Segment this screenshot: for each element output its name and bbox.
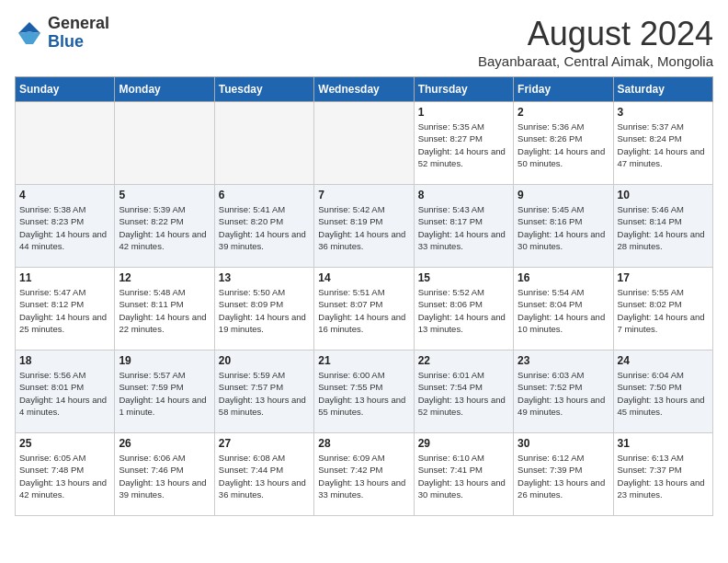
logo-blue: Blue <box>48 33 109 52</box>
calendar-week-row: 18Sunrise: 5:56 AMSunset: 8:01 PMDayligh… <box>16 350 713 433</box>
calendar-day-cell: 5Sunrise: 5:39 AMSunset: 8:22 PMDaylight… <box>115 185 214 268</box>
location-subtitle: Bayanbaraat, Central Aimak, Mongolia <box>478 53 713 69</box>
day-info: Sunrise: 5:43 AMSunset: 8:17 PMDaylight:… <box>418 203 509 252</box>
day-number: 13 <box>219 271 310 284</box>
day-info: Sunrise: 5:52 AMSunset: 8:06 PMDaylight:… <box>418 286 509 335</box>
calendar-day-cell: 27Sunrise: 6:08 AMSunset: 7:44 PMDayligh… <box>214 433 313 516</box>
calendar-day-cell: 17Sunrise: 5:55 AMSunset: 8:02 PMDayligh… <box>613 268 712 350</box>
calendar-day-cell: 24Sunrise: 6:04 AMSunset: 7:50 PMDayligh… <box>613 350 712 433</box>
logo-text: General Blue <box>48 15 109 52</box>
day-info: Sunrise: 6:01 AMSunset: 7:54 PMDaylight:… <box>418 369 509 418</box>
day-info: Sunrise: 6:13 AMSunset: 7:37 PMDaylight:… <box>618 452 709 500</box>
day-number: 9 <box>518 189 609 201</box>
page-header: General Blue August 2024 Bayanbaraat, Ce… <box>15 15 713 69</box>
month-title: August 2024 <box>478 15 713 53</box>
day-number: 26 <box>119 437 210 450</box>
calendar-day-cell: 12Sunrise: 5:48 AMSunset: 8:11 PMDayligh… <box>115 268 214 350</box>
day-number: 30 <box>518 437 609 450</box>
day-info: Sunrise: 5:42 AMSunset: 8:19 PMDaylight:… <box>318 203 409 252</box>
calendar-day-cell: 31Sunrise: 6:13 AMSunset: 7:37 PMDayligh… <box>613 433 712 516</box>
day-number: 22 <box>418 354 509 367</box>
day-info: Sunrise: 6:00 AMSunset: 7:55 PMDaylight:… <box>318 369 409 418</box>
calendar-day-cell <box>314 102 414 185</box>
calendar-day-cell: 19Sunrise: 5:57 AMSunset: 7:59 PMDayligh… <box>115 350 214 433</box>
day-number: 14 <box>318 271 409 284</box>
day-header-tuesday: Tuesday <box>214 77 313 102</box>
day-info: Sunrise: 6:08 AMSunset: 7:44 PMDaylight:… <box>219 452 310 500</box>
day-info: Sunrise: 6:04 AMSunset: 7:50 PMDaylight:… <box>618 369 709 418</box>
calendar-day-cell: 23Sunrise: 6:03 AMSunset: 7:52 PMDayligh… <box>514 350 613 433</box>
day-info: Sunrise: 5:39 AMSunset: 8:22 PMDaylight:… <box>119 203 210 252</box>
day-info: Sunrise: 5:48 AMSunset: 8:11 PMDaylight:… <box>119 286 210 335</box>
calendar-day-cell: 3Sunrise: 5:37 AMSunset: 8:24 PMDaylight… <box>613 102 712 185</box>
day-info: Sunrise: 5:56 AMSunset: 8:01 PMDaylight:… <box>19 369 110 418</box>
logo-icon <box>15 18 44 48</box>
day-number: 31 <box>618 437 709 450</box>
title-area: August 2024 Bayanbaraat, Central Aimak, … <box>478 15 713 69</box>
calendar-day-cell: 18Sunrise: 5:56 AMSunset: 8:01 PMDayligh… <box>16 350 115 433</box>
calendar-day-cell: 26Sunrise: 6:06 AMSunset: 7:46 PMDayligh… <box>115 433 214 516</box>
logo-general: General <box>48 15 109 33</box>
calendar-day-cell: 2Sunrise: 5:36 AMSunset: 8:26 PMDaylight… <box>514 102 613 185</box>
calendar-day-cell: 15Sunrise: 5:52 AMSunset: 8:06 PMDayligh… <box>414 268 513 350</box>
logo: General Blue <box>15 15 109 52</box>
svg-marker-1 <box>18 31 40 44</box>
calendar-day-cell: 9Sunrise: 5:45 AMSunset: 8:16 PMDaylight… <box>514 185 613 268</box>
calendar-day-cell <box>16 102 115 185</box>
calendar-day-cell: 6Sunrise: 5:41 AMSunset: 8:20 PMDaylight… <box>214 185 313 268</box>
day-number: 8 <box>418 189 509 201</box>
day-number: 4 <box>19 189 110 201</box>
calendar-day-cell: 7Sunrise: 5:42 AMSunset: 8:19 PMDaylight… <box>314 185 414 268</box>
day-info: Sunrise: 6:09 AMSunset: 7:42 PMDaylight:… <box>318 452 409 500</box>
calendar-day-cell: 13Sunrise: 5:50 AMSunset: 8:09 PMDayligh… <box>214 268 313 350</box>
day-info: Sunrise: 6:06 AMSunset: 7:46 PMDaylight:… <box>119 452 210 500</box>
day-number: 7 <box>318 189 409 201</box>
day-number: 28 <box>318 437 409 450</box>
calendar-day-cell: 4Sunrise: 5:38 AMSunset: 8:23 PMDaylight… <box>16 185 115 268</box>
day-header-wednesday: Wednesday <box>314 77 414 102</box>
day-number: 2 <box>518 106 609 119</box>
day-info: Sunrise: 5:35 AMSunset: 8:27 PMDaylight:… <box>418 121 509 169</box>
calendar-day-cell: 22Sunrise: 6:01 AMSunset: 7:54 PMDayligh… <box>414 350 513 433</box>
day-info: Sunrise: 6:03 AMSunset: 7:52 PMDaylight:… <box>518 369 609 418</box>
day-number: 11 <box>19 271 110 284</box>
day-number: 23 <box>518 354 609 367</box>
calendar-day-cell: 28Sunrise: 6:09 AMSunset: 7:42 PMDayligh… <box>314 433 414 516</box>
calendar-day-cell <box>115 102 214 185</box>
calendar-week-row: 11Sunrise: 5:47 AMSunset: 8:12 PMDayligh… <box>16 268 713 350</box>
day-number: 10 <box>618 189 709 201</box>
day-info: Sunrise: 6:12 AMSunset: 7:39 PMDaylight:… <box>518 452 609 500</box>
calendar-week-row: 25Sunrise: 6:05 AMSunset: 7:48 PMDayligh… <box>16 433 713 516</box>
calendar-header-row: SundayMondayTuesdayWednesdayThursdayFrid… <box>16 77 713 102</box>
day-info: Sunrise: 5:57 AMSunset: 7:59 PMDaylight:… <box>119 369 210 418</box>
day-info: Sunrise: 5:55 AMSunset: 8:02 PMDaylight:… <box>618 286 709 335</box>
day-info: Sunrise: 5:59 AMSunset: 7:57 PMDaylight:… <box>219 369 310 418</box>
day-number: 18 <box>19 354 110 367</box>
day-number: 21 <box>318 354 409 367</box>
svg-marker-0 <box>18 22 40 33</box>
calendar-day-cell: 10Sunrise: 5:46 AMSunset: 8:14 PMDayligh… <box>613 185 712 268</box>
day-header-thursday: Thursday <box>414 77 513 102</box>
calendar-day-cell: 16Sunrise: 5:54 AMSunset: 8:04 PMDayligh… <box>514 268 613 350</box>
day-info: Sunrise: 5:54 AMSunset: 8:04 PMDaylight:… <box>518 286 609 335</box>
calendar-day-cell: 21Sunrise: 6:00 AMSunset: 7:55 PMDayligh… <box>314 350 414 433</box>
day-number: 1 <box>418 106 509 119</box>
day-number: 16 <box>518 271 609 284</box>
day-info: Sunrise: 5:38 AMSunset: 8:23 PMDaylight:… <box>19 203 110 252</box>
calendar-day-cell <box>214 102 313 185</box>
day-info: Sunrise: 5:37 AMSunset: 8:24 PMDaylight:… <box>618 121 709 169</box>
calendar-table: SundayMondayTuesdayWednesdayThursdayFrid… <box>15 76 713 516</box>
day-info: Sunrise: 5:50 AMSunset: 8:09 PMDaylight:… <box>219 286 310 335</box>
day-number: 6 <box>219 189 310 201</box>
day-number: 27 <box>219 437 310 450</box>
day-header-sunday: Sunday <box>16 77 115 102</box>
day-number: 25 <box>19 437 110 450</box>
calendar-day-cell: 1Sunrise: 5:35 AMSunset: 8:27 PMDaylight… <box>414 102 513 185</box>
day-number: 5 <box>119 189 210 201</box>
day-info: Sunrise: 5:51 AMSunset: 8:07 PMDaylight:… <box>318 286 409 335</box>
calendar-day-cell: 29Sunrise: 6:10 AMSunset: 7:41 PMDayligh… <box>414 433 513 516</box>
calendar-day-cell: 25Sunrise: 6:05 AMSunset: 7:48 PMDayligh… <box>16 433 115 516</box>
calendar-week-row: 1Sunrise: 5:35 AMSunset: 8:27 PMDaylight… <box>16 102 713 185</box>
day-number: 15 <box>418 271 509 284</box>
day-info: Sunrise: 5:46 AMSunset: 8:14 PMDaylight:… <box>618 203 709 252</box>
